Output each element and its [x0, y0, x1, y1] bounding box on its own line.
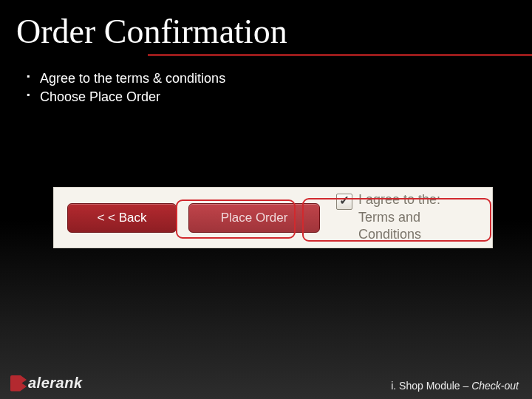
- terms-and-conditions-link[interactable]: Terms and Conditions: [358, 210, 421, 242]
- back-button[interactable]: < < Back: [67, 203, 177, 233]
- agree-checkbox[interactable]: [336, 194, 352, 210]
- bullet-list: Agree to the terms & conditions Choose P…: [0, 56, 532, 106]
- slide-title: Order Confirmation: [0, 0, 532, 54]
- agree-block: I agree to the: Terms and Conditions: [336, 191, 479, 243]
- place-order-button[interactable]: Place Order: [188, 203, 320, 233]
- module-name: Check-out: [471, 380, 519, 392]
- order-confirm-panel: < < Back Place Order I agree to the: Ter…: [53, 187, 493, 248]
- bullet-item: Agree to the terms & conditions: [27, 69, 532, 88]
- module-prefix: i. Shop Module –: [391, 380, 471, 392]
- footer: alerank i. Shop Module – Check-out: [0, 375, 532, 392]
- agree-line1: I agree to the:: [358, 192, 440, 207]
- brand-mark-icon: [10, 375, 27, 392]
- module-label: i. Shop Module – Check-out: [391, 380, 519, 392]
- brand-name: alerank: [28, 375, 83, 392]
- agree-text: I agree to the: Terms and Conditions: [358, 191, 479, 243]
- bullet-item: Choose Place Order: [27, 88, 532, 106]
- brand-logo: alerank: [10, 375, 83, 392]
